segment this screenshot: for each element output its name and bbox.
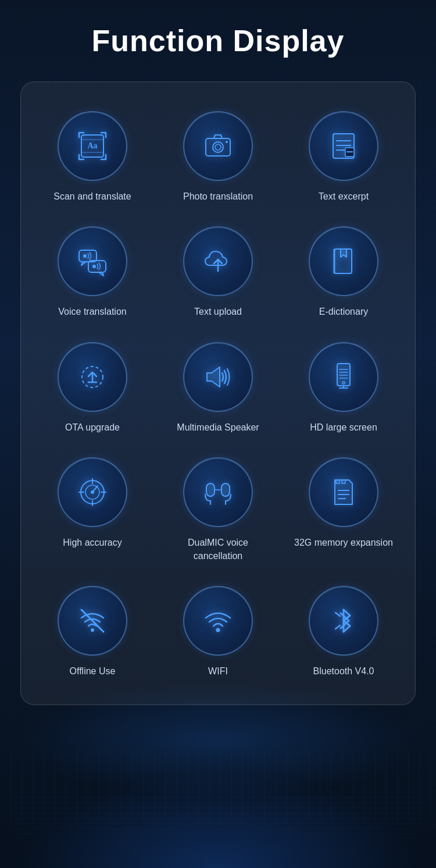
svg-point-50 [216,628,220,632]
memory-expansion-icon [328,476,359,508]
text-excerpt-icon [328,130,359,162]
e-dictionary-icon [328,246,359,277]
text-upload-icon-circle [183,226,253,296]
ota-upgrade-icon [77,361,108,393]
feature-ota-upgrade: OTA upgrade [33,330,152,440]
wifi-icon-circle [183,586,253,656]
scan-translate-icon: Aa [77,130,108,162]
voice-translation-icon [77,246,108,277]
feature-dual-mic: DualMIC voice cancellation [158,446,278,568]
svg-rect-41 [221,483,230,496]
svg-rect-24 [337,364,350,386]
wifi-label: WIFI [208,665,228,678]
voice-translation-icon-circle [58,226,127,296]
svg-point-15 [83,254,87,258]
e-dictionary-label: E-dictionary [319,305,368,318]
offline-use-label: Offline Use [70,665,116,678]
offline-use-icon [77,605,108,636]
photo-translation-label: Photo translation [183,190,253,203]
feature-multimedia-speaker: Multimedia Speaker [158,330,278,440]
feature-hd-screen: HD large screen [284,330,403,440]
svg-point-48 [91,628,94,632]
voice-translation-label: Voice translation [58,305,126,318]
memory-expansion-label: 32G memory expansion [294,536,393,549]
page-title: Function Display [92,23,345,58]
text-upload-icon [202,246,234,277]
offline-use-icon-circle [58,586,127,656]
scan-translate-label: Scan and translate [53,190,131,203]
bluetooth-icon [328,605,359,636]
text-excerpt-label: Text excerpt [319,190,369,203]
svg-point-7 [226,141,228,143]
feature-scan-translate: Aa Scan and translate [33,99,152,209]
e-dictionary-icon-circle [309,226,378,296]
text-upload-label: Text upload [194,305,242,318]
feature-text-upload: Text upload [158,215,278,324]
multimedia-speaker-label: Multimedia Speaker [177,421,259,434]
high-accuracy-label: High accuracy [63,536,121,549]
hd-screen-icon-circle [309,342,378,412]
feature-bluetooth: Bluetooth V4.0 [284,574,403,684]
svg-point-17 [92,265,96,268]
feature-text-excerpt: Text excerpt [284,99,403,209]
photo-translation-icon [202,130,234,162]
memory-expansion-icon-circle [309,457,378,527]
dual-mic-icon [202,476,234,508]
feature-e-dictionary: E-dictionary [284,215,403,324]
bluetooth-icon-circle [309,586,378,656]
feature-voice-translation: Voice translation [33,215,152,324]
bluetooth-label: Bluetooth V4.0 [313,665,374,678]
hd-screen-icon [328,361,359,393]
ota-upgrade-icon-circle [58,342,127,412]
svg-point-6 [215,144,221,150]
feature-memory-expansion: 32G memory expansion [284,446,403,568]
text-excerpt-icon-circle [309,111,378,181]
scan-translate-icon-circle: Aa [58,111,127,181]
svg-rect-40 [206,483,215,496]
ota-upgrade-label: OTA upgrade [65,421,120,434]
multimedia-speaker-icon [202,361,234,393]
wifi-icon [202,605,234,636]
photo-translation-icon-circle [183,111,253,181]
feature-wifi: WIFI [158,574,278,684]
svg-text:Aa: Aa [87,141,97,150]
dual-mic-label: DualMIC voice cancellation [164,536,272,563]
svg-point-5 [213,142,223,152]
features-card: Aa Scan and translate P [20,81,416,705]
feature-photo-translation: Photo translation [158,99,278,209]
svg-line-39 [92,486,98,492]
feature-offline-use: Offline Use [33,574,152,684]
bottom-lines-decoration [15,792,421,839]
multimedia-speaker-icon-circle [183,342,253,412]
feature-high-accuracy: High accuracy [33,446,152,568]
high-accuracy-icon-circle [58,457,127,527]
dual-mic-icon-circle [183,457,253,527]
hd-screen-label: HD large screen [310,421,377,434]
high-accuracy-icon [77,476,108,508]
